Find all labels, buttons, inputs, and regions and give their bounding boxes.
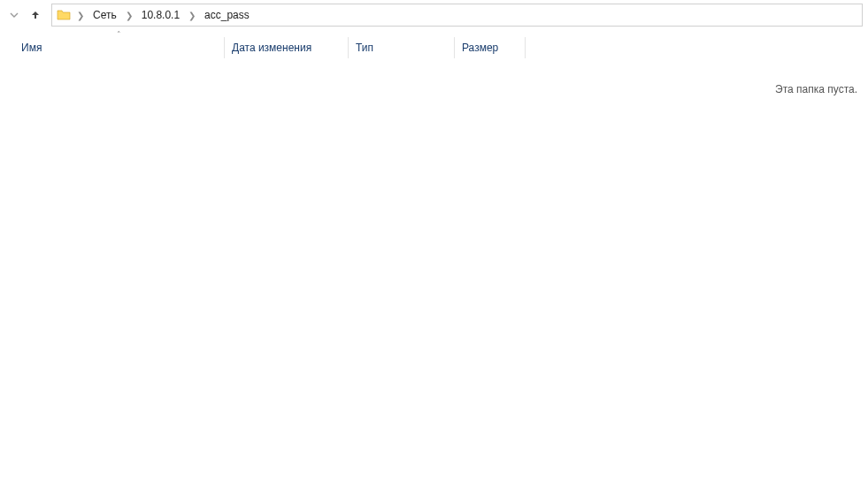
column-header-date[interactable]: Дата изменения [225,37,349,58]
file-list-area[interactable]: Эта папка пуста. [0,64,868,479]
chevron-right-icon: ❯ [75,11,86,20]
column-label: Дата изменения [232,42,311,54]
column-label: Размер [462,42,498,54]
navigation-toolbar: ❯ Сеть ❯ 10.8.0.1 ❯ acc_pass [0,0,868,30]
column-headers: Имя ˄ Дата изменения Тип Размер [0,37,868,64]
up-button[interactable] [27,6,44,24]
breadcrumb-item-network[interactable]: Сеть [88,7,122,23]
column-header-type[interactable]: Тип [349,37,455,58]
address-bar[interactable]: ❯ Сеть ❯ 10.8.0.1 ❯ acc_pass [51,4,863,27]
column-header-name[interactable]: Имя ˄ [14,37,225,58]
breadcrumb-item-host[interactable]: 10.8.0.1 [136,7,185,23]
chevron-right-icon: ❯ [187,11,197,20]
column-label: Имя [21,42,42,54]
column-label: Тип [356,42,373,54]
sort-ascending-icon: ˄ [117,30,121,39]
empty-folder-message: Эта папка пуста. [775,83,857,95]
chevron-right-icon: ❯ [124,11,134,20]
breadcrumb-item-folder[interactable]: acc_pass [199,7,255,23]
column-header-size[interactable]: Размер [455,37,526,58]
history-dropdown-button[interactable] [5,6,23,24]
folder-icon [56,8,72,22]
